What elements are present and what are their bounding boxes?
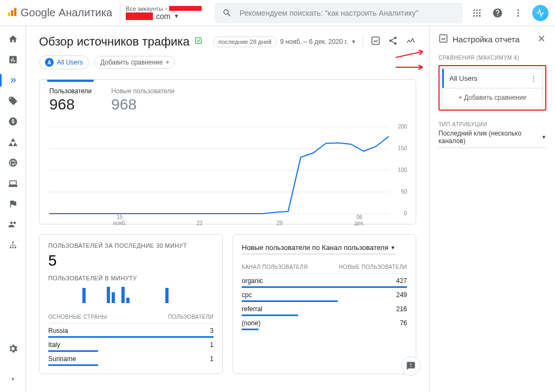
feedback-fab[interactable] xyxy=(401,356,421,376)
metric-label: Новые пользователи xyxy=(111,87,175,95)
add-comparison-chip[interactable]: Добавить сравнение + xyxy=(94,56,175,69)
table-row[interactable]: cpc249 xyxy=(242,288,407,302)
metric-label: Пользователи xyxy=(49,87,92,95)
more-vert-icon[interactable] xyxy=(512,7,525,20)
metrics-row: Пользователи 968 Новые пользователи 968 xyxy=(49,87,406,113)
svg-point-7 xyxy=(476,12,478,14)
metric-new-users[interactable]: Новые пользователи 968 xyxy=(111,87,175,113)
svg-point-18 xyxy=(15,247,16,248)
home-icon[interactable] xyxy=(8,34,18,44)
more-vert-icon[interactable]: ⋮ xyxy=(530,74,537,82)
svg-point-15 xyxy=(12,241,14,243)
apps-icon[interactable] xyxy=(470,7,483,20)
side-title: Настройка отчета xyxy=(453,35,520,44)
user-avatar[interactable] xyxy=(532,5,548,21)
flag-icon[interactable] xyxy=(8,198,18,209)
attribution-label: ТИП АТРИБУЦИИ xyxy=(438,121,546,127)
svg-point-14 xyxy=(518,15,519,16)
add-comparison-button[interactable]: + Добавить сравнение xyxy=(442,88,543,107)
logo[interactable]: Google Аналитика xyxy=(7,7,112,20)
add-compare-label: Добавить сравнение xyxy=(464,94,526,101)
table-row[interactable]: referral216 xyxy=(242,302,407,316)
engagement-icon[interactable] xyxy=(8,137,18,147)
col-channel: КАНАЛ ПОЛЬЗОВАТЕЛЯ xyxy=(242,264,308,270)
comparison-all-users[interactable]: All Users ⋮ xyxy=(442,69,543,88)
date-range-chip: последние 28 дней xyxy=(213,36,277,47)
main-content: Обзор источников трафика последние 28 дн… xyxy=(26,26,429,392)
attribution-value: Последний клик (несколько каналов) xyxy=(438,130,541,145)
account-picker[interactable]: Все аккаунты › .com ▼ xyxy=(120,2,207,24)
search-bar[interactable]: Рекомендуем поискать: "как настроить Ана… xyxy=(215,3,463,23)
svg-point-10 xyxy=(476,15,478,16)
realtime-card: ПОЛЬЗОВАТЕЛЕЙ ЗА ПОСЛЕДНИЕ 30 МИНУТ 5 ПО… xyxy=(39,234,223,374)
svg-rect-2 xyxy=(14,8,16,16)
people-icon[interactable] xyxy=(8,219,18,230)
svg-point-8 xyxy=(479,12,481,14)
table-row[interactable]: Suriname1 xyxy=(48,352,214,366)
plus-icon: + xyxy=(165,59,169,66)
picker-label: Новые пользователи по Канал пользователя xyxy=(242,243,388,252)
dimension-picker[interactable]: Новые пользователи по Канал пользователя… xyxy=(242,243,395,254)
left-nav-rail xyxy=(0,26,26,392)
account-name-redacted xyxy=(169,6,202,11)
search-placeholder: Рекомендуем поискать: "как настроить Ана… xyxy=(240,9,418,17)
reports-icon[interactable] xyxy=(8,54,18,65)
date-range-picker[interactable]: последние 28 дней 9 нояб. – 6 дек. 2020 … xyxy=(213,36,363,47)
chevron-down-icon: ▼ xyxy=(173,13,179,19)
realtime-value: 5 xyxy=(48,252,214,269)
collapse-icon[interactable] xyxy=(8,374,18,384)
all-accounts-label: Все аккаунты xyxy=(126,5,163,12)
monetization-icon[interactable] xyxy=(8,116,18,127)
customize-icon[interactable] xyxy=(371,36,380,48)
globe-icon[interactable] xyxy=(8,157,18,168)
table-row[interactable]: organic427 xyxy=(242,274,407,288)
col-users: ПОЛЬЗОВАТЕЛИ xyxy=(168,314,214,320)
svg-point-12 xyxy=(518,9,519,11)
svg-point-3 xyxy=(473,9,475,11)
metric-value: 968 xyxy=(111,96,175,113)
help-icon[interactable] xyxy=(491,7,504,20)
table-row[interactable]: Italy1 xyxy=(48,338,214,352)
analytics-logo-icon xyxy=(7,7,17,20)
svg-rect-0 xyxy=(8,12,10,16)
svg-point-22 xyxy=(389,40,392,42)
segment-label: All Users xyxy=(57,59,83,66)
share-icon[interactable] xyxy=(388,36,398,48)
minute-bars-chart xyxy=(48,285,214,303)
insights-icon[interactable] xyxy=(405,36,416,48)
comparisons-label: СРАВНЕНИЯ (МАКСИМУМ 4) xyxy=(438,55,546,61)
table-row[interactable]: (none)76 xyxy=(242,316,407,330)
table-row[interactable]: Russia3 xyxy=(48,324,214,338)
devices-icon[interactable] xyxy=(8,178,18,189)
channels-card: Новые пользователи по Канал пользователя… xyxy=(233,234,416,374)
svg-point-9 xyxy=(473,15,475,16)
date-range-text: 9 нояб. – 6 дек. 2020 г. xyxy=(280,38,348,46)
svg-point-11 xyxy=(479,15,481,16)
col-countries: ОСНОВНЫЕ СТРАНЫ xyxy=(48,314,107,320)
side-header: Настройка отчета xyxy=(438,34,546,45)
segment-all-users[interactable]: A All Users xyxy=(39,55,89,69)
segment-badge: A xyxy=(45,58,54,67)
customize-report-icon xyxy=(438,34,448,45)
svg-point-13 xyxy=(518,12,519,14)
svg-point-4 xyxy=(476,9,478,11)
tree-icon[interactable] xyxy=(8,240,18,250)
annotation-arrow xyxy=(396,64,428,70)
title-row: Обзор источников трафика последние 28 дн… xyxy=(39,35,416,49)
attribution-picker[interactable]: Последний клик (несколько каналов) ▼ xyxy=(438,130,546,148)
tag-icon[interactable] xyxy=(8,95,18,106)
domain-suffix: .com xyxy=(154,12,170,21)
comparison-highlight-box: All Users ⋮ + Добавить сравнение xyxy=(438,65,546,111)
close-icon[interactable] xyxy=(537,34,546,45)
comparison-name: All Users xyxy=(449,74,477,82)
svg-rect-29 xyxy=(440,35,447,42)
svg-point-17 xyxy=(12,247,14,248)
line-chart: 050100150200 15нояб.222906дек. xyxy=(49,124,406,216)
svg-point-23 xyxy=(394,42,397,45)
overview-chart-card: Пользователи 968 Новые пользователи 968 … xyxy=(39,79,416,224)
acquisition-icon[interactable] xyxy=(8,75,18,86)
svg-point-5 xyxy=(479,9,481,11)
settings-icon[interactable] xyxy=(8,343,18,354)
metric-users[interactable]: Пользователи 968 xyxy=(49,87,92,113)
per-minute-label: ПОЛЬЗОВАТЕЛЕЙ В МИНУТУ xyxy=(48,275,214,281)
